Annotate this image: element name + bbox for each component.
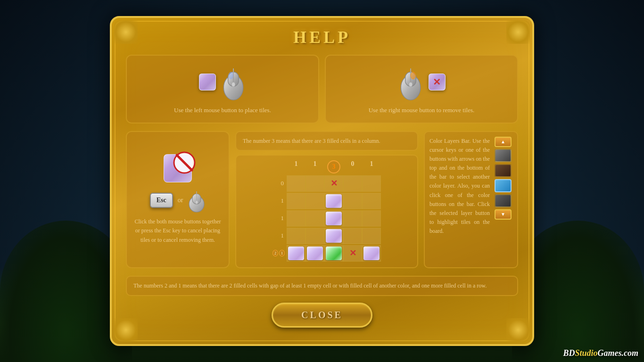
grid-row-1: 1 <box>272 193 381 209</box>
brand-label: BDStudioGames.com <box>563 348 638 358</box>
color-bar-item-3[interactable] <box>495 179 512 192</box>
cell-2-1 <box>305 210 324 227</box>
color-bar-item-1[interactable] <box>495 149 512 162</box>
color-bar-text: Color Layers Bar. Use the cursor keys or… <box>429 137 490 263</box>
gem-lavender-3 <box>326 229 342 243</box>
cell-3-0 <box>287 228 305 244</box>
gem-lav-row4-0 <box>288 247 304 260</box>
gem-lavender-2 <box>326 212 342 225</box>
help-dialog: HELP <box>110 16 534 346</box>
grid-row-2: 1 <box>272 210 381 227</box>
svg-point-10 <box>409 82 413 86</box>
number-hint-box: The number 3 means that there are 3 fill… <box>235 131 418 151</box>
brand-highlight: Studio <box>575 348 597 358</box>
corner-decoration-tr <box>506 20 530 44</box>
cancel-text: Click the both mouse buttons together or… <box>134 217 221 245</box>
corner-decoration-br <box>506 318 530 342</box>
gem-lav-row4-4 <box>363 247 380 260</box>
cell-0-4 <box>362 175 381 192</box>
cell-0-3 <box>343 175 362 192</box>
close-button[interactable]: CLOSE <box>272 303 372 328</box>
col-num-4: 0 <box>343 160 362 173</box>
left-mouse-icon <box>221 63 247 101</box>
gem-green-row4-2 <box>326 247 342 260</box>
cell-1-0 <box>287 193 305 209</box>
no-tile-icon-container <box>164 154 192 182</box>
svg-point-17 <box>195 201 198 204</box>
top-mouse-section: Use the left mouse button to place tiles… <box>126 55 518 123</box>
right-mouse-box: Use the right mouse button to remove til… <box>325 55 518 123</box>
pair-circ-2: 2 <box>272 250 278 256</box>
right-mouse-text: Use the right mouse button to remove til… <box>369 106 475 115</box>
no-symbol-icon <box>172 150 197 175</box>
color-bar-section: Color Layers Bar. Use the cursor keys or… <box>424 131 518 268</box>
or-label: or <box>178 197 183 204</box>
arrow-down-icon: ▼ <box>501 212 505 217</box>
esc-key[interactable]: Esc <box>150 193 173 208</box>
column-numbers: 1 1 3 0 1 <box>287 160 381 173</box>
col-num-3-circle: 3 <box>327 160 340 173</box>
tile-gem-icon <box>199 74 216 90</box>
left-mouse-box: Use the left mouse button to place tiles… <box>126 55 319 123</box>
left-mouse-icons <box>199 63 247 101</box>
gem-lav-row4-1 <box>307 247 323 260</box>
close-button-container: CLOSE <box>126 303 518 328</box>
cell-0-1 <box>305 175 324 192</box>
color-bar-widget: ▲ ▼ <box>494 137 512 263</box>
cell-2-0 <box>287 210 305 227</box>
cell-1-1 <box>305 193 324 209</box>
right-mouse-icons <box>398 63 446 101</box>
corner-decoration-tl <box>114 20 138 44</box>
cell-0-2: ✕ <box>324 175 343 192</box>
cell-1-3 <box>343 193 362 209</box>
cell-3-3 <box>343 228 362 244</box>
arrow-up-icon: ▲ <box>501 139 505 144</box>
col-num-5: 1 <box>362 160 381 173</box>
grid-wrapper: 1 1 3 0 1 0 ✕ <box>235 155 418 268</box>
color-bar-item-2[interactable] <box>495 164 512 177</box>
cell-0-0 <box>287 175 305 192</box>
cell-3-4 <box>362 228 381 244</box>
grid-row-4: 2 1 ✕ <box>272 245 381 262</box>
cell-1-4 <box>362 193 381 209</box>
cell-x-icon: ✕ <box>330 178 338 189</box>
tile-gem-x-icon <box>429 74 446 90</box>
cell-2-3 <box>343 210 362 227</box>
pair-circ-1: 1 <box>279 250 285 256</box>
row-label-1: 1 <box>272 197 287 205</box>
cell-3-1 <box>305 228 324 244</box>
cell-4-0 <box>287 245 305 262</box>
col-num-2: 1 <box>305 160 324 173</box>
dialog-overlay: HELP <box>0 0 644 362</box>
grid-row-3: 1 <box>272 228 381 244</box>
grid-row-0: 0 ✕ <box>272 175 381 192</box>
row-label-3: 1 <box>272 232 287 239</box>
small-mouse-icon <box>188 188 206 213</box>
cell-2-4 <box>362 210 381 227</box>
svg-rect-3 <box>228 72 233 79</box>
bottom-hint-box: The numbers 2 and 1 means that there are… <box>126 276 518 296</box>
color-bar-container: Color Layers Bar. Use the cursor keys or… <box>424 131 518 268</box>
color-bar-item-4[interactable] <box>495 194 512 207</box>
cell-1-2 <box>324 193 343 209</box>
cell-4-1 <box>305 245 324 262</box>
cell-2-2 <box>324 210 343 227</box>
esc-row: Esc or <box>150 188 206 213</box>
grid-section: The number 3 means that there are 3 fill… <box>235 131 418 268</box>
row-label-0: 0 <box>272 180 287 187</box>
cell-x-row4-3: ✕ <box>349 248 356 258</box>
corner-decoration-bl <box>114 318 138 342</box>
left-mouse-text: Use the left mouse button to place tiles… <box>174 106 271 115</box>
cell-4-3: ✕ <box>343 245 362 262</box>
middle-section: Esc or <box>126 131 518 268</box>
nonogram-grid: 1 1 3 0 1 0 ✕ <box>272 160 381 263</box>
cell-3-2 <box>324 228 343 244</box>
color-bar-down-button[interactable]: ▼ <box>495 209 512 220</box>
cell-4-2 <box>324 245 343 262</box>
row-label-4-pair: 2 1 <box>272 250 287 256</box>
cancel-box: Esc or <box>126 131 230 268</box>
svg-point-4 <box>231 82 235 86</box>
right-mouse-icon <box>398 63 424 101</box>
gem-lavender <box>326 194 342 208</box>
color-bar-up-button[interactable]: ▲ <box>495 137 512 147</box>
